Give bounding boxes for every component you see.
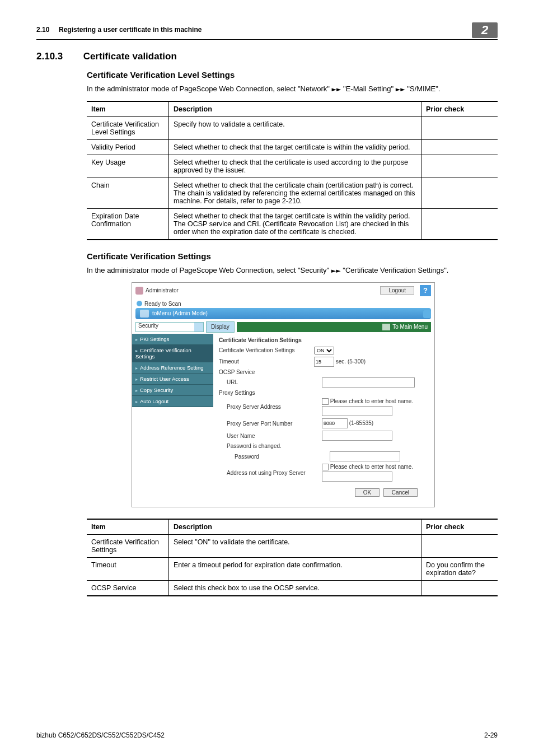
lbl-anot: Address not using Proxy Server [227, 470, 316, 476]
panel-title: Certificate Verification Settings [219, 337, 429, 343]
lbl-pport: Proxy Server Port Number [227, 421, 316, 427]
header-section-num: 2.10 [36, 26, 49, 34]
psa-input[interactable] [322, 406, 392, 416]
cancel-button[interactable]: Cancel [383, 488, 418, 497]
sidebar-item-address-ref[interactable]: Address Reference Setting [132, 362, 213, 374]
footer-page: 2-29 [484, 731, 498, 739]
subhead-cvs: Certificate Verification Settings [87, 251, 498, 261]
timeout-input[interactable] [314, 357, 334, 367]
lbl-pwd: Password [227, 454, 324, 460]
table-row: Validity PeriodSelect whether to check t… [87, 139, 498, 155]
intro-2: In the administrator mode of PageScope W… [87, 265, 498, 276]
lbl-proxy: Proxy Settings [219, 390, 308, 396]
psa-note: Please check to enter host name. [330, 398, 413, 404]
lbl-timeout: Timeout [219, 358, 308, 365]
pport-unit: (1-65535) [349, 420, 373, 426]
psa-checkbox[interactable] [322, 398, 329, 405]
th-prior: Prior check [421, 101, 498, 117]
sidebar-item-auto-logout[interactable]: Auto Logout [132, 396, 213, 407]
section-number: 2.10.3 [36, 51, 81, 62]
sidebar-item-pki[interactable]: PKI Settings [132, 334, 213, 345]
page-header: 2.10 Registering a user certificate in t… [36, 22, 498, 40]
shot-content: Certificate Verification Settings Certif… [213, 334, 434, 507]
banner-icon [140, 310, 149, 318]
table-cvls: Item Description Prior check Certificate… [87, 101, 498, 240]
section-heading: 2.10.3 Certificate validation [36, 51, 498, 62]
intro-1: In the administrator mode of PageScope W… [87, 84, 498, 94]
banner-text: toMenu (Admin Mode) [152, 310, 208, 316]
ready-label: Ready to Scan [144, 301, 181, 307]
sidebar-item-restrict-user[interactable]: Restrict User Access [132, 374, 213, 385]
footer-model: bizhub C652/C652DS/C552/C552DS/C452 [36, 731, 165, 739]
th-desc: Description [169, 101, 421, 117]
shot-sidebar: PKI Settings Certificate Verification Se… [132, 334, 213, 507]
table-row: ChainSelect whether to check that the ce… [87, 178, 498, 208]
timeout-unit: sec. (5-300) [336, 358, 366, 365]
th-item: Item [87, 101, 169, 117]
header-title: Registering a user certificate in this m… [59, 26, 202, 34]
anot-input[interactable] [322, 472, 392, 482]
url-input[interactable] [322, 377, 415, 388]
pwd-input[interactable] [330, 451, 400, 461]
shot-banner: toMenu (Admin Mode) [135, 308, 431, 319]
shot-ready: Ready to Scan [137, 301, 430, 307]
page-footer: bizhub C652/C652DS/C552/C552DS/C452 2-29 [36, 731, 498, 739]
table-row: Expiration Date ConfirmationSelect wheth… [87, 208, 498, 240]
lbl-pchg: Password is changed. [227, 443, 282, 449]
subhead-cvls: Certificate Verification Level Settings [87, 70, 498, 80]
table-header-row: Item Description Prior check [87, 101, 498, 117]
th-item: Item [87, 519, 169, 535]
lbl-psa: Proxy Server Address [227, 404, 316, 410]
sidebar-item-cert-verify[interactable]: Certificate Verification Settings [132, 345, 213, 362]
header-text: 2.10 Registering a user certificate in t… [36, 22, 472, 38]
anot-checkbox[interactable] [322, 464, 329, 470]
ok-button[interactable]: OK [355, 488, 380, 497]
pport-input[interactable] [322, 418, 348, 428]
display-button[interactable]: Display [206, 321, 235, 333]
anot-note: Please check to enter host name. [330, 464, 413, 470]
admin-icon [135, 287, 143, 295]
table-row: OCSP ServiceSelect this check box to use… [87, 581, 498, 596]
refresh-icon[interactable] [423, 310, 431, 318]
table-row: Certificate Verification SettingsSelect … [87, 535, 498, 558]
lbl-cvs: Certificate Verification Settings [219, 347, 308, 353]
logout-button[interactable]: Logout [380, 286, 414, 295]
th-prior: Prior check [421, 519, 498, 535]
help-icon[interactable]: ? [420, 285, 431, 296]
status-dot-icon [137, 301, 142, 306]
table-header-row: Item Description Prior check [87, 519, 498, 535]
th-desc: Description [169, 519, 421, 535]
arrow-icon: ►► [331, 267, 341, 274]
arrow-icon: ►► [396, 86, 405, 93]
sidebar-item-copy-security[interactable]: Copy Security [132, 385, 213, 396]
to-main-menu[interactable]: To Main Menu [237, 322, 431, 332]
table-row: Key UsageSelect whether to check that th… [87, 155, 498, 178]
security-select[interactable]: Security [135, 322, 204, 332]
shot-row2: Security Display To Main Menu [132, 320, 434, 334]
screenshot: Administrator Logout ? Ready to Scan toM… [132, 282, 435, 508]
uname-input[interactable] [322, 431, 392, 441]
lbl-url: URL [227, 379, 316, 385]
lbl-uname: User Name [227, 433, 316, 439]
lbl-ocsp: OCSP Service [219, 369, 255, 375]
cvs-select[interactable]: ON [314, 347, 334, 354]
chapter-badge: 2 [472, 22, 498, 38]
table-cvs: Item Description Prior check Certificate… [87, 519, 498, 596]
table-row: Certificate Verification Level SettingsS… [87, 116, 498, 139]
shot-topbar: Administrator Logout ? [132, 283, 434, 298]
tomain-icon [382, 324, 390, 330]
section-title: Certificate validation [83, 51, 177, 62]
table-row: TimeoutEnter a timeout period for expira… [87, 558, 498, 581]
admin-label: Administrator [146, 287, 378, 293]
arrow-icon: ►► [332, 86, 341, 93]
